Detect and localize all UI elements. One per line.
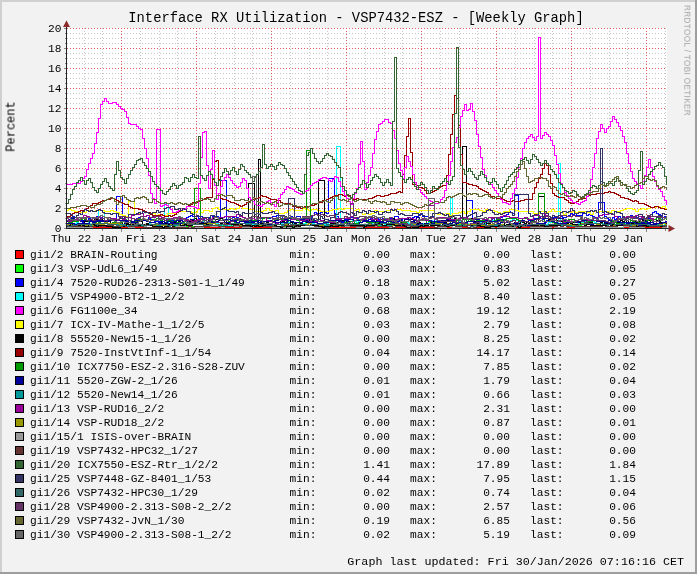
svg-text:last:: last: [530, 487, 564, 499]
svg-text:min:: min: [290, 277, 317, 289]
svg-text:2.31: 2.31 [483, 403, 510, 415]
svg-text:Mon 26 Jan: Mon 26 Jan [351, 233, 418, 245]
svg-text:5.19: 5.19 [483, 529, 510, 541]
svg-text:0.00: 0.00 [609, 431, 636, 443]
svg-text:0.00: 0.00 [363, 403, 390, 415]
svg-text:0.02: 0.02 [363, 487, 390, 499]
svg-text:8.25: 8.25 [483, 333, 510, 345]
svg-text:max:: max: [410, 333, 437, 345]
svg-text:min:: min: [290, 389, 317, 401]
svg-text:gi1/6 FG1100e_34: gi1/6 FG1100e_34 [30, 305, 138, 317]
svg-text:min:: min: [290, 361, 317, 373]
svg-text:last:: last: [530, 319, 564, 331]
svg-text:10: 10 [48, 123, 62, 135]
svg-text:max:: max: [410, 487, 437, 499]
svg-text:min:: min: [290, 403, 317, 415]
svg-text:last:: last: [530, 403, 564, 415]
svg-text:last:: last: [530, 529, 564, 541]
svg-text:0.00: 0.00 [363, 431, 390, 443]
svg-text:1.84: 1.84 [609, 459, 636, 471]
svg-text:0.00: 0.00 [363, 445, 390, 457]
svg-text:Thu 22 Jan: Thu 22 Jan [51, 233, 118, 245]
svg-text:max:: max: [410, 445, 437, 457]
svg-text:4: 4 [55, 183, 62, 195]
svg-text:max:: max: [410, 501, 437, 513]
svg-text:1.15: 1.15 [609, 473, 636, 485]
svg-text:min:: min: [290, 263, 317, 275]
svg-text:0.02: 0.02 [609, 361, 636, 373]
svg-text:gi1/19 VSP7432-HPC32_1/27: gi1/19 VSP7432-HPC32_1/27 [30, 445, 198, 457]
svg-text:Wed 28 Jan: Wed 28 Jan [501, 233, 568, 245]
svg-text:0.00: 0.00 [363, 501, 390, 513]
svg-text:1.79: 1.79 [483, 375, 510, 387]
svg-text:gi1/5 VSP4900-BT2-1_2/2: gi1/5 VSP4900-BT2-1_2/2 [30, 291, 184, 303]
svg-text:Tue 27 Jan: Tue 27 Jan [426, 233, 493, 245]
svg-text:min:: min: [290, 487, 317, 499]
svg-text:0.02: 0.02 [363, 529, 390, 541]
svg-text:max:: max: [410, 473, 437, 485]
svg-text:gi1/25 VSP7448-GZ-8401_1/53: gi1/25 VSP7448-GZ-8401_1/53 [30, 473, 211, 485]
svg-text:max:: max: [410, 375, 437, 387]
svg-text:gi1/7 ICX-IV-Mathe-1_1/2/5: gi1/7 ICX-IV-Mathe-1_1/2/5 [30, 319, 205, 331]
svg-text:Thu 29 Jan: Thu 29 Jan [576, 233, 643, 245]
svg-text:min:: min: [290, 333, 317, 345]
svg-text:Graph last updated: Fri 30/Jan: Graph last updated: Fri 30/Jan/2026 07:1… [347, 555, 684, 569]
svg-text:0.14: 0.14 [609, 347, 636, 359]
svg-text:0.00: 0.00 [483, 249, 510, 261]
svg-text:0.00: 0.00 [609, 403, 636, 415]
svg-text:gi1/3 VSP-UdL6_1/49: gi1/3 VSP-UdL6_1/49 [30, 263, 158, 275]
svg-text:gi1/9 7520-InstVtInf-1_1/54: gi1/9 7520-InstVtInf-1_1/54 [30, 347, 212, 359]
svg-text:14: 14 [48, 83, 62, 95]
svg-text:min:: min: [290, 417, 317, 429]
svg-text:max:: max: [410, 347, 437, 359]
svg-text:0.27: 0.27 [609, 277, 636, 289]
svg-text:max:: max: [410, 389, 437, 401]
svg-text:12: 12 [48, 103, 61, 115]
svg-text:0.04: 0.04 [609, 487, 636, 499]
svg-text:max:: max: [410, 417, 437, 429]
svg-text:17.89: 17.89 [476, 459, 510, 471]
svg-text:max:: max: [410, 263, 437, 275]
svg-text:gi1/15/1 ISIS-over-BRAIN: gi1/15/1 ISIS-over-BRAIN [30, 431, 191, 443]
svg-text:gi1/12 5520-New14_1/26: gi1/12 5520-New14_1/26 [30, 389, 178, 401]
svg-text:0.00: 0.00 [609, 249, 636, 261]
svg-text:0.00: 0.00 [483, 431, 510, 443]
svg-text:20: 20 [48, 23, 62, 35]
svg-text:0.03: 0.03 [363, 319, 390, 331]
svg-text:last:: last: [530, 417, 564, 429]
svg-text:7.95: 7.95 [483, 473, 510, 485]
svg-text:gi1/4 7520-RUD26-2313-S01-1_1/: gi1/4 7520-RUD26-2313-S01-1_1/49 [30, 277, 245, 289]
svg-text:0.74: 0.74 [483, 487, 510, 499]
svg-text:0.19: 0.19 [363, 515, 390, 527]
svg-text:last:: last: [530, 375, 564, 387]
svg-text:RRDTOOL / TOBI OETIKER: RRDTOOL / TOBI OETIKER [682, 5, 691, 116]
svg-text:0.03: 0.03 [363, 291, 390, 303]
svg-text:last:: last: [530, 305, 564, 317]
svg-text:max:: max: [410, 249, 437, 261]
svg-text:last:: last: [530, 249, 564, 261]
svg-text:max:: max: [410, 431, 437, 443]
svg-text:min:: min: [290, 473, 317, 485]
svg-text:gi1/10 ICX7750-ESZ-2.316-S28-Z: gi1/10 ICX7750-ESZ-2.316-S28-ZUV [30, 361, 245, 373]
svg-text:0.00: 0.00 [363, 249, 390, 261]
svg-text:min:: min: [290, 319, 317, 331]
svg-text:last:: last: [530, 291, 564, 303]
svg-text:max:: max: [410, 529, 437, 541]
svg-text:2.79: 2.79 [483, 319, 510, 331]
svg-text:16: 16 [48, 63, 61, 75]
svg-text:2.57: 2.57 [483, 501, 510, 513]
svg-text:last:: last: [530, 473, 564, 485]
svg-text:gi1/8 55520-New15-1_1/26: gi1/8 55520-New15-1_1/26 [30, 333, 191, 345]
svg-text:0.04: 0.04 [363, 347, 390, 359]
svg-text:gi1/30 VSP4900-2.313-S08-1_2/2: gi1/30 VSP4900-2.313-S08-1_2/2 [30, 529, 231, 541]
svg-text:min:: min: [290, 501, 317, 513]
svg-text:min:: min: [290, 249, 317, 261]
svg-text:0.05: 0.05 [609, 291, 636, 303]
svg-text:min:: min: [290, 347, 317, 359]
svg-text:Sun 25 Jan: Sun 25 Jan [276, 233, 343, 245]
svg-text:max:: max: [410, 277, 437, 289]
svg-text:19.12: 19.12 [476, 305, 510, 317]
svg-text:max:: max: [410, 403, 437, 415]
svg-text:0.44: 0.44 [363, 473, 390, 485]
svg-text:0.01: 0.01 [363, 389, 390, 401]
